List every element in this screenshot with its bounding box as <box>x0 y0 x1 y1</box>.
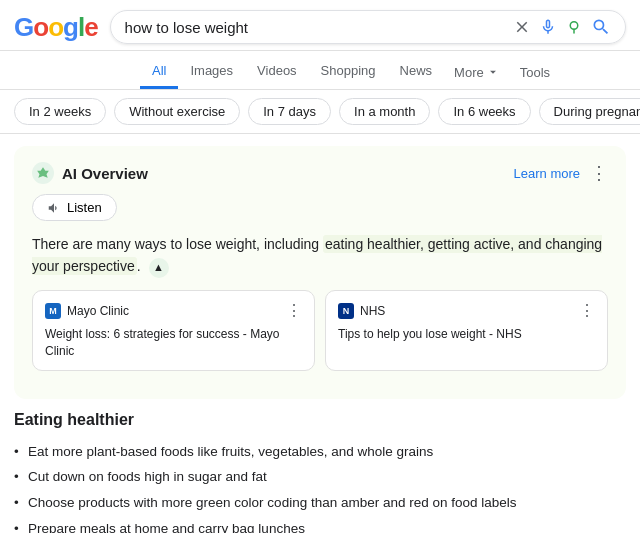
clear-button[interactable] <box>513 18 531 36</box>
listen-button[interactable]: Listen <box>32 194 117 221</box>
source-card-mayo-header: M Mayo Clinic ⋮ <box>45 301 302 320</box>
tab-videos[interactable]: Videos <box>245 55 309 89</box>
nhs-source-options[interactable]: ⋮ <box>579 301 595 320</box>
eating-list: Eat more plant-based foods like fruits, … <box>14 439 626 533</box>
google-logo: Google <box>14 14 98 40</box>
list-item: Cut down on foods high in sugar and fat <box>14 464 626 490</box>
list-item: Eat more plant-based foods like fruits, … <box>14 439 626 465</box>
source-card-nhs-header: N NHS ⋮ <box>338 301 595 320</box>
search-bar <box>110 10 626 44</box>
chip-in-6-weeks[interactable]: In 6 weeks <box>438 98 530 125</box>
source-cards: M Mayo Clinic ⋮ Weight loss: 6 strategie… <box>32 290 608 371</box>
header: Google <box>0 0 640 51</box>
ai-text: There are many ways to lose weight, incl… <box>32 233 608 278</box>
source-card-mayo[interactable]: M Mayo Clinic ⋮ Weight loss: 6 strategie… <box>32 290 315 371</box>
more-nav-button[interactable]: More <box>444 57 510 88</box>
source-card-nhs[interactable]: N NHS ⋮ Tips to help you lose weight - N… <box>325 290 608 371</box>
ai-overview-title: AI Overview <box>62 165 148 182</box>
list-item: Choose products with more green color co… <box>14 490 626 516</box>
ai-actions: Learn more ⋮ <box>514 162 608 184</box>
tools-button[interactable]: Tools <box>510 57 560 88</box>
source-name-group-nhs: N NHS <box>338 303 385 319</box>
voice-search-button[interactable] <box>539 18 557 36</box>
ai-title-group: AI Overview <box>32 162 148 184</box>
learn-more-link[interactable]: Learn more <box>514 166 580 181</box>
nhs-source-name: NHS <box>360 304 385 318</box>
ai-more-options[interactable]: ⋮ <box>590 162 608 184</box>
chip-without-exercise[interactable]: Without exercise <box>114 98 240 125</box>
nhs-icon: N <box>338 303 354 319</box>
mayo-source-desc: Weight loss: 6 strategies for success - … <box>45 326 302 360</box>
search-input[interactable] <box>125 19 505 36</box>
listen-label: Listen <box>67 200 102 215</box>
filter-chips: In 2 weeks Without exercise In 7 days In… <box>0 90 640 134</box>
tab-news[interactable]: News <box>388 55 445 89</box>
ai-text-before: There are many ways to lose weight, incl… <box>32 236 323 252</box>
mayo-source-options[interactable]: ⋮ <box>286 301 302 320</box>
mayo-icon: M <box>45 303 61 319</box>
source-name-group-mayo: M Mayo Clinic <box>45 303 129 319</box>
eating-section-title: Eating healthier <box>14 411 626 429</box>
chip-in-a-month[interactable]: In a month <box>339 98 430 125</box>
list-item: Prepare meals at home and carry bag lunc… <box>14 516 626 533</box>
chip-in-7-days[interactable]: In 7 days <box>248 98 331 125</box>
ai-overview-header: AI Overview Learn more ⋮ <box>32 162 608 184</box>
mayo-source-name: Mayo Clinic <box>67 304 129 318</box>
tab-images[interactable]: Images <box>178 55 245 89</box>
more-label: More <box>454 65 484 80</box>
eating-section: Eating healthier Eat more plant-based fo… <box>0 411 640 533</box>
svg-point-0 <box>570 22 578 30</box>
nhs-source-desc: Tips to help you lose weight - NHS <box>338 326 595 343</box>
nav-tabs: All Images Videos Shopping News More Too… <box>0 51 640 90</box>
collapse-button[interactable]: ▲ <box>149 258 169 278</box>
tab-all[interactable]: All <box>140 55 178 89</box>
ai-overview: AI Overview Learn more ⋮ Listen There ar… <box>14 146 626 399</box>
chip-in-2-weeks[interactable]: In 2 weeks <box>14 98 106 125</box>
ai-icon <box>32 162 54 184</box>
lens-button[interactable] <box>565 18 583 36</box>
search-submit-button[interactable] <box>591 17 611 37</box>
tab-shopping[interactable]: Shopping <box>309 55 388 89</box>
chip-during-pregnancy[interactable]: During pregnancy <box>539 98 640 125</box>
ai-text-after: . <box>137 258 141 274</box>
